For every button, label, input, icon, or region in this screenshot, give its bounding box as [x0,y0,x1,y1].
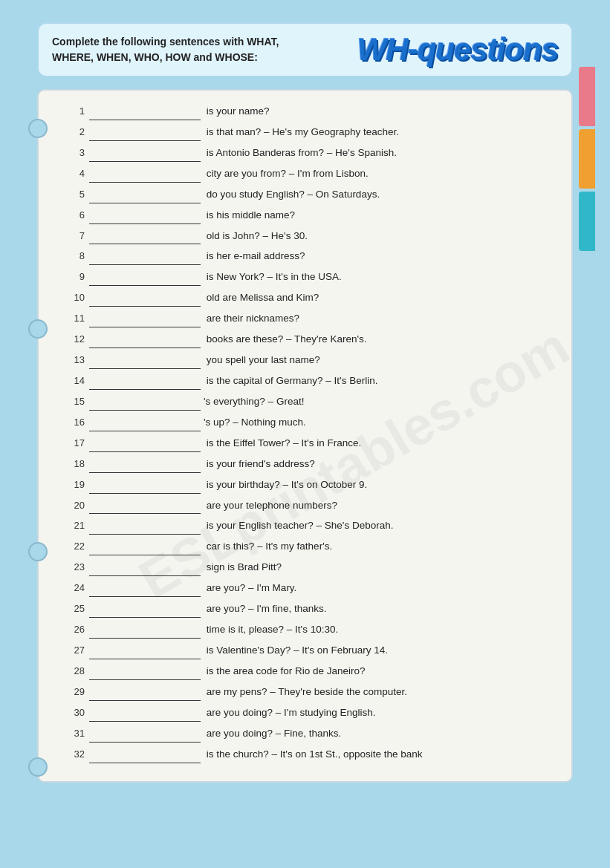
sentence-text: is your friend's address? [89,457,554,473]
sentence-text: car is this? – It's my father's. [89,539,554,555]
sentence-number: 23 [65,560,85,575]
sentence-number: 17 [65,436,85,451]
blank-underline [89,249,201,265]
sentence-number: 2 [65,125,85,140]
sentence-number: 15 [65,394,85,409]
sentence-item: 26 time is it, please? – It's 10:30. [65,622,554,639]
sentence-item: 32 is the church? – It's on 1st St., opp… [65,747,554,763]
blank-underline [89,332,201,348]
sentence-item: 22 car is this? – It's my father's. [65,539,554,555]
sentence-number: 14 [65,373,85,388]
sentence-text: is that man? – He's my Geography teacher… [89,125,554,141]
side-tabs [579,67,595,251]
sentence-item: 27 is Valentine's Day? – It's on Februar… [65,643,554,659]
sentence-item: 29 are my pens? – They're beside the com… [65,685,554,701]
blank-underline [89,705,201,722]
sentence-number: 28 [65,664,85,679]
blank-underline [89,498,201,515]
blank-underline [89,560,201,576]
blank-underline [89,146,201,162]
blank-underline [89,373,201,390]
blank-underline [89,229,201,245]
sentence-number: 22 [65,539,85,554]
sentence-item: 21 is your English teacher? – She's Debo… [65,518,554,535]
sentence-item: 8 is her e-mail address? [65,249,554,265]
blank-underline [89,290,201,307]
sentence-number: 6 [65,208,85,223]
blank-underline [89,601,201,618]
sentence-number: 30 [65,705,85,720]
sentence-text: are my pens? – They're beside the comput… [89,685,554,701]
blank-underline [89,187,201,203]
side-tab-orange [579,129,595,189]
sentence-text: 's everything? – Great! [89,394,554,411]
blank-underline [89,539,201,555]
sentence-number: 32 [65,747,85,762]
sentence-number: 19 [65,477,85,492]
sentence-item: 1 is your name? [65,104,554,120]
sentence-item: 3 is Antonio Banderas from? – He's Spani… [65,146,554,162]
sentence-number: 1 [65,104,85,119]
sentence-text: is your name? [89,104,554,120]
blank-underline [89,436,201,452]
sentence-text: is his middle name? [89,208,554,224]
sentence-number: 21 [65,518,85,533]
sentence-text: is your English teacher? – She's Deborah… [89,518,554,535]
sentence-text: are you doing? – Fine, thanks. [89,726,554,743]
sentence-item: 20 are your telephone numbers? [65,498,554,515]
blank-underline [89,685,201,701]
sentence-item: 25 are you? – I'm fine, thanks. [65,601,554,618]
sentence-item: 2 is that man? – He's my Geography teach… [65,125,554,141]
sentence-text: 's up? – Nothing much. [89,415,554,431]
sentence-number: 4 [65,166,85,181]
sentence-item: 7 old is John? – He's 30. [65,229,554,245]
blank-underline [89,747,201,763]
binder-hole-2 [28,319,48,339]
sentence-item: 28 is the area code for Rio de Janeiro? [65,664,554,680]
sentence-number: 29 [65,685,85,699]
blank-underline [89,477,201,494]
sentence-item: 23 sign is Brad Pitt? [65,560,554,576]
side-tab-pink [579,67,595,126]
sentence-number: 27 [65,643,85,658]
header-box: Complete the following sentences with WH… [37,22,573,77]
blank-underline [89,104,201,120]
blank-underline [89,394,201,411]
blank-underline [89,457,201,473]
sentence-number: 5 [65,187,85,202]
sentence-item: 31 are you doing? – Fine, thanks. [65,726,554,743]
sentence-text: is Antonio Banderas from? – He's Spanish… [89,146,554,162]
sentence-item: 10 old are Melissa and Kim? [65,290,554,307]
sentence-text: is her e-mail address? [89,249,554,265]
blank-underline [89,643,201,659]
sentence-number: 10 [65,290,85,305]
sentence-item: 30 are you doing? – I'm studying English… [65,705,554,722]
blank-underline [89,311,201,327]
sentence-number: 3 [65,146,85,160]
blank-underline [89,270,201,286]
sentence-item: 14 is the capital of Germany? – It's Ber… [65,373,554,390]
side-tab-teal [579,192,595,251]
sentence-list: 1 is your name?2 is that man? – He's my … [65,104,554,763]
sentence-item: 17 is the Eiffel Tower? – It's in France… [65,436,554,452]
sentence-number: 18 [65,457,85,471]
wh-logo: WH-questions [357,34,558,65]
sentence-text: is the church? – It's on 1st St., opposi… [89,747,554,763]
sentence-number: 7 [65,229,85,244]
blank-underline [89,166,201,183]
sentence-item: 18 is your friend's address? [65,457,554,473]
sentence-text: is the Eiffel Tower? – It's in France. [89,436,554,452]
sentence-text: you spell your last name? [89,353,554,369]
binder-hole-3 [28,542,48,561]
binder-hole-1 [28,119,48,138]
sentence-item: 9 is New York? – It's in the USA. [65,270,554,286]
sentence-text: old is John? – He's 30. [89,229,554,245]
sentence-item: 12 books are these? – They're Karen's. [65,332,554,348]
blank-underline [89,664,201,680]
blank-underline [89,726,201,743]
blank-underline [89,581,201,597]
sentence-text: is your birthday? – It's on October 9. [89,477,554,494]
sentence-text: is the capital of Germany? – It's Berlin… [89,373,554,390]
header-instruction: Complete the following sentences with WH… [52,34,305,65]
blank-underline [89,125,201,141]
